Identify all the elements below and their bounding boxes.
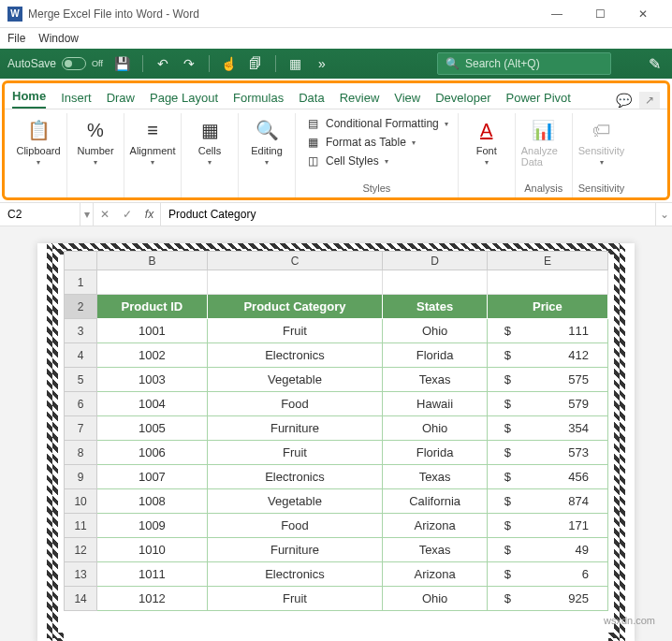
col-header-b[interactable]: B [97, 252, 207, 270]
col-header-d[interactable]: D [383, 252, 488, 270]
tab-page-layout[interactable]: Page Layout [150, 87, 218, 109]
header-product-category[interactable]: Product Category [207, 295, 383, 319]
cell-state[interactable]: Ohio [383, 416, 488, 441]
cell-price[interactable]: $111 [487, 319, 607, 343]
fx-label[interactable]: fx [139, 203, 161, 226]
select-all-corner[interactable] [65, 252, 97, 270]
row-header[interactable]: 10 [65, 489, 97, 514]
cell-product-id[interactable]: 1006 [97, 441, 207, 465]
cell-price[interactable]: $575 [487, 368, 607, 392]
header-states[interactable]: States [383, 295, 488, 319]
row-header[interactable]: 13 [65, 562, 97, 587]
row-header[interactable]: 1 [65, 270, 97, 295]
cell[interactable] [383, 270, 488, 295]
cell-state[interactable]: Florida [383, 441, 488, 465]
undo-icon[interactable]: ↶ [153, 53, 173, 74]
formula-input[interactable]: Product Category [161, 208, 655, 221]
tab-developer[interactable]: Developer [435, 87, 490, 109]
share-icon[interactable]: ✎ [649, 55, 661, 73]
row-header[interactable]: 4 [65, 343, 97, 368]
cell-state[interactable]: Texas [383, 538, 488, 562]
conditional-formatting-button[interactable]: ▤ Conditional Formatting ▾ [301, 115, 452, 132]
name-box[interactable]: C2 [0, 203, 80, 226]
cell-category[interactable]: Electronics [207, 343, 383, 368]
cell-state[interactable]: Arizona [383, 562, 488, 587]
touch-mode-icon[interactable]: ☝ [219, 53, 240, 74]
row-header[interactable]: 9 [65, 465, 97, 489]
tab-formulas[interactable]: Formulas [233, 87, 284, 109]
enter-formula-icon[interactable]: ✓ [116, 203, 139, 226]
maximize-button[interactable]: ☐ [578, 0, 621, 28]
cell-category[interactable]: Vegetable [207, 368, 383, 392]
cell-product-id[interactable]: 1007 [97, 465, 207, 489]
tab-power-pivot[interactable]: Power Pivot [506, 87, 571, 109]
cell-state[interactable]: Hawaii [383, 392, 488, 416]
cell-product-id[interactable]: 1001 [97, 319, 207, 343]
copy-icon[interactable]: 🗐 [245, 53, 266, 74]
apps-icon[interactable]: ▦ [285, 53, 306, 74]
more-icon[interactable]: » [312, 53, 332, 74]
row-header[interactable]: 7 [65, 416, 97, 441]
cell-state[interactable]: Texas [383, 368, 488, 392]
cell-category[interactable]: Electronics [207, 465, 383, 489]
tab-insert[interactable]: Insert [61, 87, 92, 109]
formula-expand-icon[interactable]: ⌄ [655, 203, 672, 226]
col-header-c[interactable]: C [207, 252, 383, 270]
row-header[interactable]: 8 [65, 441, 97, 465]
cell-state[interactable]: Florida [383, 343, 488, 368]
tab-review[interactable]: Review [340, 87, 380, 109]
autosave-switch[interactable] [62, 57, 86, 70]
cell-category[interactable]: Food [207, 392, 383, 416]
cell-state[interactable]: Arizona [383, 514, 488, 538]
cell-product-id[interactable]: 1010 [97, 538, 207, 562]
cell-product-id[interactable]: 1002 [97, 343, 207, 368]
name-box-dropdown[interactable]: ▾ [80, 203, 94, 226]
cell[interactable] [97, 270, 207, 295]
cell-product-id[interactable]: 1011 [97, 562, 207, 587]
cell-state[interactable]: Ohio [383, 587, 488, 611]
row-header[interactable]: 12 [65, 538, 97, 562]
cell-price[interactable]: $573 [487, 441, 607, 465]
cell-price[interactable]: $456 [487, 465, 607, 489]
menu-file[interactable]: File [7, 32, 25, 45]
comments-icon[interactable]: 💬 [616, 93, 632, 108]
save-icon[interactable]: 💾 [112, 53, 133, 74]
embedded-object-border[interactable]: B C D E 1 2 Product ID [47, 243, 625, 641]
tab-view[interactable]: View [394, 87, 420, 109]
font-button[interactable]: A Font ▾ [464, 115, 509, 167]
cell-product-id[interactable]: 1012 [97, 587, 207, 611]
tab-data[interactable]: Data [299, 87, 324, 109]
cell-price[interactable]: $925 [487, 587, 607, 611]
row-header[interactable]: 3 [65, 319, 97, 343]
row-header[interactable]: 5 [65, 368, 97, 392]
cell-price[interactable]: $579 [487, 392, 607, 416]
cells-button[interactable]: ▦ Cells ▾ [187, 115, 232, 167]
alignment-button[interactable]: ≡ Alignment ▾ [130, 115, 175, 167]
tab-home[interactable]: Home [12, 85, 46, 109]
cell-category[interactable]: Furniture [207, 538, 383, 562]
cell-state[interactable]: Ohio [383, 319, 488, 343]
autosave-toggle[interactable]: AutoSave Off [7, 57, 103, 70]
cell-price[interactable]: $171 [487, 514, 607, 538]
cell-price[interactable]: $6 [487, 562, 607, 587]
cell-category[interactable]: Furniture [207, 416, 383, 441]
cell-price[interactable]: $412 [487, 343, 607, 368]
col-header-e[interactable]: E [487, 252, 607, 270]
number-button[interactable]: % Number ▾ [73, 115, 118, 167]
cell-product-id[interactable]: 1003 [97, 368, 207, 392]
row-header[interactable]: 14 [65, 587, 97, 611]
cell-state[interactable]: California [383, 489, 488, 514]
paste-button[interactable]: 📋 Clipboard ▾ [16, 115, 61, 167]
cell-styles-button[interactable]: ◫ Cell Styles ▾ [301, 153, 452, 169]
editing-button[interactable]: 🔍 Editing ▾ [244, 115, 289, 167]
cell-category[interactable]: Fruit [207, 319, 383, 343]
row-header[interactable]: 6 [65, 392, 97, 416]
row-header[interactable]: 2 [65, 295, 97, 319]
header-product-id[interactable]: Product ID [97, 295, 207, 319]
tab-draw[interactable]: Draw [107, 87, 135, 109]
cell-category[interactable]: Vegetable [207, 489, 383, 514]
cell-price[interactable]: $49 [487, 538, 607, 562]
redo-icon[interactable]: ↷ [179, 53, 199, 74]
cell-category[interactable]: Fruit [207, 587, 383, 611]
cell-category[interactable]: Fruit [207, 441, 383, 465]
